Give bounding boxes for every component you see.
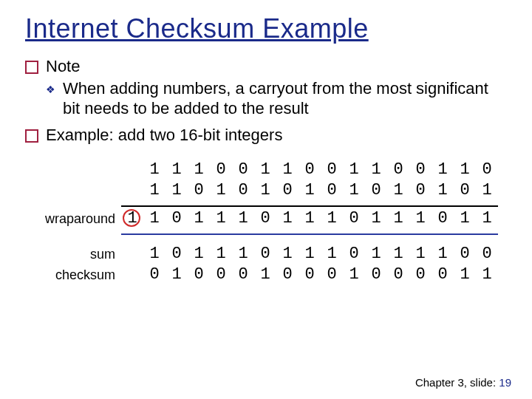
bit: 0 — [166, 208, 188, 229]
bit — [121, 265, 143, 285]
bit: 1 — [476, 180, 498, 201]
slide: Internet Checksum Example Note ❖ When ad… — [0, 0, 532, 399]
bit: 1 — [254, 160, 276, 180]
bit: 0 — [232, 160, 254, 180]
bit: 1 — [188, 244, 210, 265]
bit: 1 — [454, 160, 476, 180]
bit: 1 — [299, 208, 321, 229]
bit: 1 — [232, 208, 254, 229]
bit: 1 — [432, 180, 454, 201]
subbullet-note: ❖ When adding numbers, a carryout from t… — [46, 78, 507, 119]
bit: 1 — [210, 180, 232, 201]
bit: 1 — [143, 244, 166, 265]
spacer — [25, 236, 498, 244]
bit: 1 — [254, 265, 276, 285]
binary-addition-table: 1 1 1 0 0 1 1 0 0 1 1 0 0 1 1 0 1 1 0 1 … — [25, 160, 507, 285]
bit: 0 — [299, 160, 321, 180]
bit: 0 — [343, 208, 365, 229]
bit: 1 — [232, 244, 254, 265]
bit: 1 — [143, 208, 166, 229]
bit: 1 — [143, 160, 166, 180]
bit — [121, 160, 143, 180]
bullet-example: Example: add two 16-bit integers — [25, 125, 507, 146]
bullet-note: Note — [25, 56, 507, 77]
bit: 1 — [210, 208, 232, 229]
bit: 1 — [476, 265, 498, 285]
row-label-wraparound: wraparound — [25, 211, 121, 227]
bit: 1 — [343, 160, 365, 180]
bit: 1 — [409, 208, 432, 229]
bit: 0 — [232, 265, 254, 285]
bit: 1 — [276, 244, 299, 265]
footer: Chapter 3, slide: 19 — [415, 376, 511, 389]
bit: 1 — [432, 244, 454, 265]
bit: 0 — [254, 244, 276, 265]
bit: 0 — [476, 160, 498, 180]
bit: 0 — [254, 208, 276, 229]
bit: 0 — [432, 208, 454, 229]
bit: 1 — [476, 208, 498, 229]
page-number: 19 — [499, 376, 511, 389]
bit: 0 — [232, 180, 254, 201]
bit: 0 — [476, 244, 498, 265]
bit: 1 — [387, 244, 409, 265]
bit: 0 — [210, 265, 232, 285]
bit: 1 — [166, 265, 188, 285]
square-bullet-icon — [25, 129, 38, 143]
bit: 1 — [365, 160, 387, 180]
bit: 0 — [321, 160, 343, 180]
bit: 1 — [387, 208, 409, 229]
bullet-text: Note — [46, 56, 507, 77]
slide-title: Internet Checksum Example — [25, 13, 507, 44]
bit: 0 — [321, 180, 343, 201]
bit: 1 — [365, 208, 387, 229]
bit: 1 — [343, 265, 365, 285]
bit: 0 — [365, 265, 387, 285]
bit: 0 — [321, 265, 343, 285]
bit: 0 — [343, 244, 365, 265]
row-label-checksum: checksum — [25, 267, 121, 283]
bit: 0 — [143, 265, 166, 285]
bit: 0 — [387, 265, 409, 285]
bit: 1 — [321, 208, 343, 229]
bit: 1 — [127, 209, 137, 228]
bit: 1 — [454, 265, 476, 285]
footer-text: Chapter 3, slide: — [415, 376, 496, 389]
bit: 0 — [210, 160, 232, 180]
bit: 1 — [210, 244, 232, 265]
bit: 1 — [343, 180, 365, 201]
divider-line — [121, 205, 498, 207]
bit: 1 — [276, 208, 299, 229]
bit: 0 — [409, 180, 432, 201]
bit: 1 — [254, 180, 276, 201]
square-bullet-icon — [25, 61, 38, 74]
bit: 1 — [188, 160, 210, 180]
bit: 1 — [409, 244, 432, 265]
bit: 1 — [454, 208, 476, 229]
bit: 0 — [454, 180, 476, 201]
bit — [121, 180, 143, 201]
bit: 1 — [387, 180, 409, 201]
subbullet-text: When adding numbers, a carryout from the… — [63, 78, 507, 119]
bit: 0 — [387, 160, 409, 180]
bit: 1 — [299, 180, 321, 201]
bit: 1 — [432, 160, 454, 180]
row-label-sum: sum — [25, 247, 121, 262]
diamond-bullet-icon: ❖ — [46, 83, 55, 119]
bit: 0 — [166, 244, 188, 265]
bit: 0 — [409, 160, 432, 180]
bit: 0 — [454, 244, 476, 265]
bit: 0 — [409, 265, 432, 285]
bit: 1 — [299, 244, 321, 265]
bit: 0 — [276, 265, 299, 285]
bit: 0 — [188, 180, 210, 201]
bullet-text: Example: add two 16-bit integers — [46, 125, 507, 146]
bit: 1 — [166, 180, 188, 201]
bit: 1 — [321, 244, 343, 265]
bit: 0 — [299, 265, 321, 285]
bit: 1 — [188, 208, 210, 229]
bit: 0 — [365, 180, 387, 201]
bit: 1 — [143, 180, 166, 201]
carry-bit: 1 — [121, 208, 143, 229]
bit: 1 — [276, 160, 299, 180]
